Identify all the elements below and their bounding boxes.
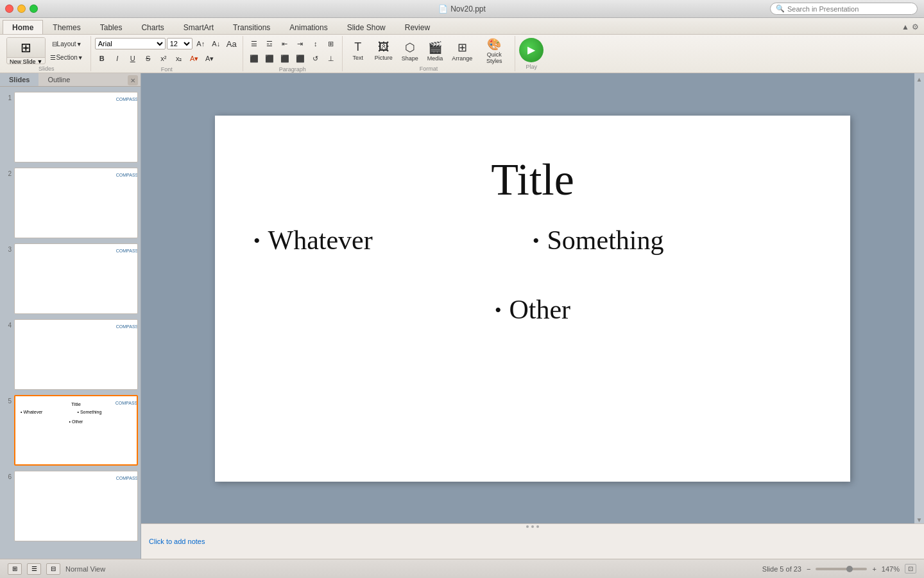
new-slide-button[interactable]: ⊞ New Slide ▼ bbox=[6, 37, 46, 64]
text-direction-button[interactable]: ↺ bbox=[309, 52, 323, 65]
quick-styles-icon: 🎨 bbox=[487, 37, 501, 51]
slide-bullet-other[interactable]: • Other bbox=[495, 294, 570, 325]
slide-thumbnail[interactable]: COMPASS bbox=[14, 243, 138, 314]
zoom-plus[interactable]: + bbox=[872, 565, 876, 573]
subscript-button[interactable]: x₂ bbox=[172, 52, 186, 65]
numbering-button[interactable]: ☲ bbox=[262, 37, 277, 50]
highlight-button[interactable]: A▾ bbox=[203, 52, 217, 65]
scroll-down-button[interactable]: ▼ bbox=[916, 516, 923, 523]
quick-styles-button[interactable]: 🎨 Quick Styles bbox=[477, 37, 511, 64]
bullets-button[interactable]: ☰ bbox=[247, 37, 261, 50]
search-input[interactable] bbox=[787, 5, 912, 13]
tab-charts[interactable]: Charts bbox=[132, 20, 173, 34]
zoom-level: 147% bbox=[882, 565, 900, 573]
arrange-icon: ⊞ bbox=[458, 40, 467, 55]
close-button[interactable] bbox=[5, 4, 13, 13]
slide-canvas-wrapper: Title • Whatever • Something bbox=[141, 73, 924, 523]
slides-list: 1 COMPASS 2 COMPASS 3 COMPASS bbox=[0, 87, 141, 559]
scroll-up-button[interactable]: ▲ bbox=[916, 76, 923, 83]
panel-tab-slides[interactable]: Slides bbox=[0, 73, 38, 86]
slide-thumbnail[interactable]: COMPASS bbox=[14, 471, 138, 541]
picture-button[interactable]: 🖼 Picture bbox=[371, 37, 397, 64]
slide-bullet-something[interactable]: • Something bbox=[533, 225, 812, 256]
columns-button[interactable]: ⊞ bbox=[324, 37, 338, 50]
right-scrollbar[interactable]: ▲ ▼ bbox=[914, 73, 924, 523]
minimize-button[interactable] bbox=[17, 4, 26, 13]
tab-animations[interactable]: Animations bbox=[280, 20, 337, 34]
font-color-button[interactable]: A▾ bbox=[187, 52, 201, 65]
section-button[interactable]: ☰ Section ▼ bbox=[47, 52, 86, 64]
tab-smartart[interactable]: SmartArt bbox=[174, 20, 223, 34]
slide-bottom: • Other bbox=[215, 294, 850, 338]
vertical-align-button[interactable]: ⊥ bbox=[324, 52, 338, 65]
clear-format-button[interactable]: Aa bbox=[225, 37, 239, 50]
slide-thumbnail-active[interactable]: COMPASS Title • Whatever • Something • O… bbox=[14, 395, 138, 466]
slide-bullet-whatever[interactable]: • Whatever bbox=[253, 225, 533, 256]
tab-themes[interactable]: Themes bbox=[43, 20, 90, 34]
drag-handle[interactable] bbox=[526, 524, 539, 528]
outline-view-button[interactable]: ☰ bbox=[27, 563, 41, 575]
slide-number: 3 bbox=[3, 246, 12, 253]
slide-thumbnail[interactable]: COMPASS bbox=[14, 319, 138, 390]
notes-area: Click to add notes bbox=[141, 523, 924, 559]
media-button[interactable]: 🎬 Media bbox=[424, 37, 447, 64]
insert-group-label: Format bbox=[420, 66, 438, 72]
layout-dropdown[interactable]: ▼ bbox=[76, 41, 82, 48]
ribbon-controls[interactable]: ▲ ⚙ bbox=[902, 22, 919, 31]
add-notes-text[interactable]: Click to add notes bbox=[149, 538, 205, 545]
ribbon-collapse[interactable]: ▲ bbox=[902, 22, 909, 31]
tab-slideshow[interactable]: Slide Show bbox=[338, 20, 395, 34]
font-family-select[interactable]: Arial bbox=[95, 38, 166, 49]
zoom-thumb[interactable] bbox=[846, 566, 853, 572]
slide-sorter-button[interactable]: ⊟ bbox=[46, 563, 60, 575]
increase-indent-button[interactable]: ⇥ bbox=[293, 37, 307, 50]
slide-canvas[interactable]: Title • Whatever • Something bbox=[215, 116, 850, 482]
maximize-button[interactable] bbox=[30, 4, 38, 13]
line-spacing-button[interactable]: ↕ bbox=[309, 37, 323, 50]
shape-button[interactable]: ⬡ Shape bbox=[398, 37, 422, 64]
tab-transitions[interactable]: Transitions bbox=[223, 20, 280, 34]
underline-button[interactable]: U bbox=[126, 52, 140, 65]
decrease-font-button[interactable]: A↓ bbox=[209, 37, 223, 50]
slide-logo: COMPASS bbox=[121, 322, 133, 330]
panel-close-button[interactable]: ✕ bbox=[128, 75, 138, 85]
bullet-dot: • bbox=[495, 299, 502, 321]
decrease-indent-button[interactable]: ⇤ bbox=[278, 37, 292, 50]
search-bar[interactable]: 🔍 bbox=[770, 3, 918, 15]
justify-button[interactable]: ⬛ bbox=[293, 52, 307, 65]
layout-icon: ⊟ bbox=[52, 40, 57, 48]
window-title: 📄 Nov20.ppt bbox=[438, 4, 486, 13]
status-bar: ⊞ ☰ ⊟ Normal View Slide 5 of 23 − + 147%… bbox=[0, 559, 924, 578]
align-center-button[interactable]: ⬛ bbox=[262, 52, 277, 65]
play-button[interactable]: ▶ bbox=[519, 38, 543, 62]
zoom-minus[interactable]: − bbox=[807, 565, 810, 573]
slide-title[interactable]: Title bbox=[215, 154, 850, 206]
bold-button[interactable]: B bbox=[95, 52, 109, 65]
italic-button[interactable]: I bbox=[110, 52, 124, 65]
window-controls[interactable] bbox=[5, 4, 38, 13]
slide-thumbnail[interactable]: COMPASS bbox=[14, 92, 138, 162]
normal-view-button[interactable]: ⊞ bbox=[8, 563, 22, 575]
strikethrough-button[interactable]: S bbox=[141, 52, 155, 65]
superscript-button[interactable]: x² bbox=[157, 52, 171, 65]
ribbon-options[interactable]: ⚙ bbox=[912, 22, 919, 31]
slide-thumbnail[interactable]: COMPASS bbox=[14, 168, 138, 238]
zoom-slider[interactable] bbox=[816, 568, 867, 570]
align-left-button[interactable]: ⬛ bbox=[247, 52, 261, 65]
tab-tables[interactable]: Tables bbox=[90, 20, 132, 34]
text-button[interactable]: T Text bbox=[346, 37, 370, 64]
increase-font-button[interactable]: A↑ bbox=[194, 37, 208, 50]
layout-button[interactable]: ⊟ Layout ▼ bbox=[47, 39, 86, 50]
tab-review[interactable]: Review bbox=[395, 20, 440, 34]
section-dropdown[interactable]: ▼ bbox=[78, 55, 83, 61]
fit-button[interactable]: ⊡ bbox=[905, 564, 916, 574]
panel-tab-outline[interactable]: Outline bbox=[38, 73, 79, 86]
dropdown-arrow[interactable]: ▼ bbox=[37, 58, 43, 64]
tab-home[interactable]: Home bbox=[3, 20, 43, 34]
arrange-button[interactable]: ⊞ Arrange bbox=[448, 37, 476, 64]
slides-panel-tabs: Slides Outline ✕ bbox=[0, 73, 141, 87]
align-right-button[interactable]: ⬛ bbox=[278, 52, 292, 65]
font-size-select[interactable]: 12 bbox=[167, 38, 193, 49]
slide-col-right: • Something bbox=[533, 225, 812, 268]
search-icon: 🔍 bbox=[776, 4, 785, 13]
